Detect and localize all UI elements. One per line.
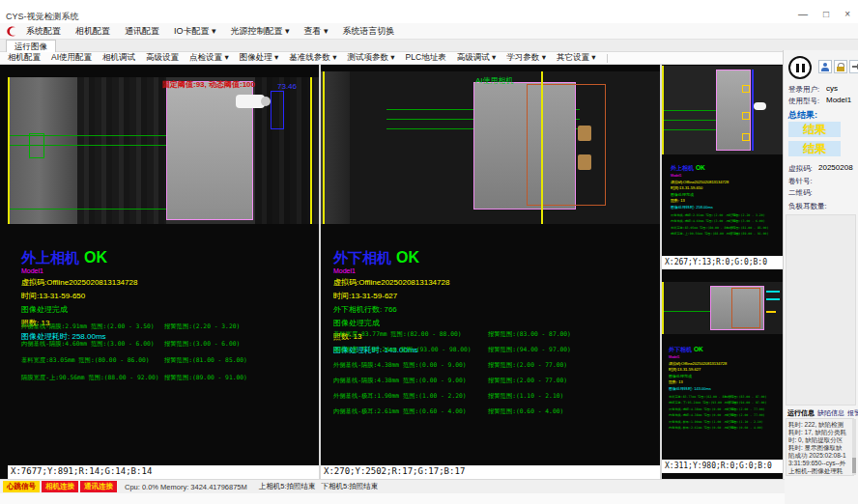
lock-icon-button[interactable] — [834, 60, 847, 73]
mini-measurement-alarm: 报警范围:(81.00 - 85.00) — [727, 226, 768, 230]
left-barcode: 虚拟码:Offline2025020813134728 — [21, 277, 311, 288]
tool-plc-address[interactable]: PLC地址表 — [406, 52, 446, 64]
left-camera-name: 外上相机 — [21, 249, 79, 266]
measurement-row: 基料宽度:83.77mm 范围:(82.00 - 88.00)报警范围:(83.… — [333, 330, 652, 339]
measurement-alarm: 报警范围:(81.00 - 85.00) — [164, 356, 247, 365]
tab-bar: 运行图像 — [0, 40, 858, 52]
mini-measurement-text: 隔膜宽度-下:95.24mm 范围:(93.00 - 98.00) — [669, 401, 725, 405]
measurement-row: 外侧基线-极耳:1.90mm 范围:(1.00 - 2.20)报警范围:(1.1… — [333, 392, 652, 401]
window-title: CYS-视觉检测系统 — [6, 11, 79, 23]
mini-measurement-alarm: 报警范围:(2.20 - 3.20) — [727, 213, 765, 217]
menu-item-light-config[interactable]: 光源控制配置 ▾ — [231, 25, 290, 38]
tab-alarm-info[interactable]: 报警信息 — [847, 408, 858, 418]
toolbar: 相机配置 AI使用配置 相机调试 高级设置 点检设置 ▾ 图像处理 ▾ 基准线参… — [0, 52, 858, 65]
measurement-row: 内侧基线-极耳:2.61mm 范围:(0.60 - 4.00)报警范围:(0.6… — [333, 407, 652, 416]
measurement-alarm: 报警范围:(2.20 - 3.20) — [164, 322, 240, 331]
menu-item-camera-config[interactable]: 相机配置 — [75, 25, 110, 38]
mini-measurement-alarm: 报警范围:(83.00 - 87.00) — [725, 395, 766, 399]
nozzle-tip — [261, 97, 271, 106]
center-status: 图像处理完成 — [333, 318, 643, 328]
minimize-button[interactable]: — — [798, 9, 808, 19]
mini-result-ok: OK — [694, 346, 703, 352]
close-button[interactable]: × — [844, 9, 850, 19]
label-mark-cyan — [766, 291, 780, 293]
pause-button[interactable] — [788, 56, 812, 79]
mini-measurement-text: 隔膜宽度-上:90.56mm 范围:(88.00 - 92.00) — [671, 232, 727, 236]
nozzle — [754, 102, 766, 110]
log-scrollbar-thumb[interactable] — [852, 458, 856, 473]
tool-learning-params[interactable]: 学习参数 ▾ — [506, 52, 546, 64]
center-line-count: 外下相机行数: 766 — [333, 304, 643, 315]
logout-icon-button[interactable] — [849, 60, 858, 73]
mini-elapsed: 图像处理耗时: 258.00ms — [671, 205, 779, 210]
tool-camera-debug[interactable]: 相机调试 — [102, 52, 135, 64]
measure-line — [752, 70, 754, 151]
tool-ai-config[interactable]: AI使用配置 — [51, 52, 92, 64]
qrcode-label: 二维码: — [788, 188, 813, 198]
tool-advanced-settings[interactable]: 高级设置 — [146, 52, 179, 64]
tab-object — [578, 154, 591, 170]
tool-camera-config[interactable]: 相机配置 — [8, 52, 41, 64]
mini-time: 时间:13-31-59-627 — [669, 367, 779, 372]
measurement-row: 隔膜宽度-上:90.56mm 范围:(88.00 - 92.00)报警范围:(8… — [21, 374, 311, 382]
center-camera-view[interactable]: AI使用相机 — [321, 71, 660, 224]
measurement-text: 隔膜宽度-下:95.24mm 范围:(93.00 - 98.00) — [333, 346, 488, 354]
upper-camera-status: 上相机5:拍照结束 — [259, 482, 316, 491]
mini-status: 图像处理完成 — [671, 192, 779, 197]
mini-barcode: 虚拟码:Offline2025020813134728 — [671, 180, 779, 184]
mini-bottom-result-block: 外下相机OK Model1 虚拟码:Offline202502081313472… — [669, 338, 779, 433]
titlebar: CYS-视觉检测系统 — □ × — [0, 0, 858, 23]
mini-measurement-text: 内侧基线-极耳:2.61mm 范围:(0.60 - 4.00) — [669, 426, 725, 430]
mini-measurement-alarm: 报警范围:(2.00 - 77.00) — [725, 407, 765, 411]
mini-bottom-pixel-coords: X:311;Y:980;R:0;G:0;B:0 — [662, 460, 783, 473]
menu-item-io-config[interactable]: IO卡配置 ▾ — [174, 25, 216, 38]
tab-run-info[interactable]: 运行信息 — [787, 408, 815, 418]
tool-advanced-debug[interactable]: 高级调试 ▾ — [457, 52, 497, 64]
barcode-value: 20250208 — [818, 163, 853, 172]
measurement-text: 外侧基线-隔膜:2.91mm 范围:(2.00 - 3.50) — [21, 322, 164, 331]
tab-run-image[interactable]: 运行图像 — [6, 40, 56, 52]
tab-detect-box — [742, 133, 750, 141]
tool-test-params[interactable]: 测试项参数 ▾ — [347, 52, 394, 64]
tool-other-settings[interactable]: 其它设置 ▾ — [557, 52, 596, 64]
measurement-alarm: 报警范围:(1.10 - 2.10) — [488, 392, 563, 401]
menu-item-language[interactable]: 系统语言切换 — [343, 25, 395, 38]
edge-line — [8, 77, 10, 224]
measurement-alarm: 报警范围:(94.00 - 97.00) — [488, 346, 571, 354]
log-scrollbar[interactable] — [852, 419, 856, 475]
mini-measurement-alarm: 报警范围:(89.00 - 91.00) — [727, 232, 768, 236]
mini-measurement-text: 外侧基线-隔膜:4.38mm 范围:(0.00 - 9.00) — [669, 407, 725, 411]
mini-elapsed: 图像处理耗时: 143.00ms — [669, 386, 779, 391]
menu-item-view[interactable]: 查看 ▾ — [304, 25, 329, 38]
tool-spot-check[interactable]: 点检设置 ▾ — [189, 52, 229, 64]
mini-measurement-alarm: 报警范围:(2.00 - 77.00) — [725, 413, 765, 417]
menu-item-system-config[interactable]: 系统配置 — [26, 25, 61, 38]
result-block-2: 结果 — [788, 141, 841, 156]
user-icon-button[interactable] — [818, 60, 832, 73]
tool-baseline-params[interactable]: 基准线参数 ▾ — [289, 52, 336, 64]
left-model-tag: Model1 — [21, 267, 311, 274]
measurement-text: 内侧基线-隔膜:4.60mm 范围:(3.00 - 6.00) — [21, 340, 164, 349]
barcode-label: 虚拟码: — [788, 164, 813, 174]
mini-measurement-alarm: 报警范围:(3.00 - 6.00) — [727, 219, 765, 223]
menu-item-comm-config[interactable]: 通讯配置 — [125, 25, 159, 38]
mini-measurement-alarm: 报警范围:(94.00 - 97.00) — [725, 401, 766, 405]
measurement-alarm: 报警范围:(83.00 - 87.00) — [488, 330, 571, 339]
ai-overlay: AI使用相机 — [475, 75, 514, 86]
cpu-memory-status: Cpu: 0.0% Memory: 3424.41796875M — [125, 483, 247, 491]
mini-top-camera-view[interactable] — [662, 66, 783, 154]
maximize-button[interactable]: □ — [823, 9, 829, 19]
measurement-alarm: 报警范围:(89.00 - 91.00) — [164, 374, 247, 382]
mini-bottom-camera-view[interactable] — [662, 282, 783, 334]
measurement-row: 隔膜宽度-下:95.24mm 范围:(93.00 - 98.00)报警范围:(9… — [333, 346, 652, 354]
edge-line — [541, 71, 543, 224]
tab-defect-info[interactable]: 缺陷信息 — [817, 408, 844, 418]
baseline-line — [662, 129, 716, 130]
measurement-row: 外侧基线-隔膜:2.91mm 范围:(2.00 - 3.50)报警范围:(2.2… — [21, 322, 311, 331]
measurement-alarm: 报警范围:(2.00 - 77.00) — [488, 377, 567, 385]
left-camera-view[interactable]: 73.46 固定阈值:93, 动态阈值:100 — [8, 77, 319, 224]
machine-mid-section — [77, 77, 166, 224]
tool-image-processing[interactable]: 图像处理 ▾ — [240, 52, 279, 64]
side-panel: 登录用户: cys 使用型号: Model1 总结果: 结果 结果 虚拟码: 2… — [783, 50, 858, 504]
label-mark-yellow — [766, 311, 776, 313]
